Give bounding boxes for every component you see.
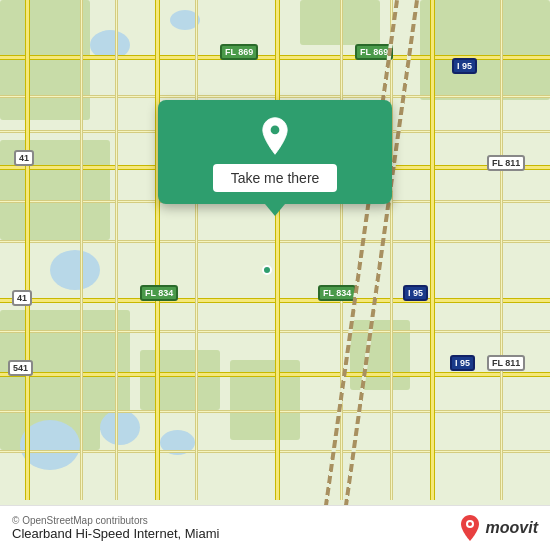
- highway-label: FL 811: [487, 155, 525, 171]
- svg-point-2: [468, 522, 472, 526]
- location-pin-icon: [255, 116, 295, 156]
- highway-label: I 95: [452, 58, 477, 74]
- road: [390, 0, 393, 500]
- highway-label: FL 811: [487, 355, 525, 371]
- highway-label: 541: [8, 360, 33, 376]
- highway-label: I 95: [403, 285, 428, 301]
- park-area: [0, 0, 90, 120]
- road: [25, 0, 30, 500]
- road: [80, 0, 83, 500]
- highway-label: FL 834: [140, 285, 178, 301]
- park-area: [420, 0, 550, 100]
- moovit-text: moovit: [486, 519, 538, 537]
- osm-attribution: © OpenStreetMap contributors: [12, 515, 219, 526]
- bottom-info: © OpenStreetMap contributors Clearband H…: [12, 515, 219, 541]
- bottom-bar: © OpenStreetMap contributors Clearband H…: [0, 505, 550, 550]
- popup-card: Take me there: [158, 100, 392, 204]
- highway-label: FL 834: [318, 285, 356, 301]
- highway-label: 41: [12, 290, 32, 306]
- water-area: [50, 250, 100, 290]
- highway-label: I 95: [450, 355, 475, 371]
- road: [115, 0, 118, 500]
- highway-label: 41: [14, 150, 34, 166]
- road: [275, 0, 280, 500]
- location-name: Clearband Hi-Speed Internet, Miami: [12, 526, 219, 541]
- road: [155, 0, 160, 500]
- road: [340, 0, 343, 500]
- road: [500, 0, 503, 500]
- highway-label: FL 869: [220, 44, 258, 60]
- svg-point-0: [271, 126, 280, 135]
- road: [195, 0, 198, 500]
- map-container[interactable]: FL 869 FL 869 I 95 FL 811 41 FL 834 FL 8…: [0, 0, 550, 550]
- moovit-pin-icon: [458, 514, 482, 542]
- water-area: [100, 410, 140, 445]
- road: [430, 0, 435, 500]
- map-pin-location: [262, 265, 272, 275]
- take-me-there-button[interactable]: Take me there: [213, 164, 338, 192]
- park-area: [140, 350, 220, 410]
- moovit-logo[interactable]: moovit: [458, 514, 538, 542]
